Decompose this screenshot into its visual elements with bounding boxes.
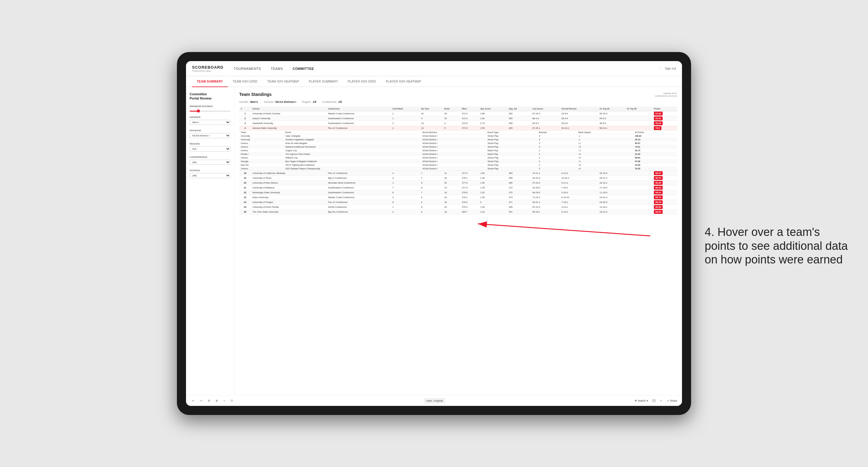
exp-wpts-8: 97.66 — [633, 160, 677, 163]
comment-button[interactable]: 💬 — [652, 399, 656, 402]
adj-4: 2.50 — [479, 126, 507, 131]
expanded-detail-table: Team Event Event Division Event Type Rou… — [239, 131, 677, 170]
avg-22: 270 — [507, 190, 531, 195]
table-row: 2 Auburn University Southeastern Confere… — [239, 116, 677, 121]
copy-button[interactable]: ⊞ — [214, 399, 219, 403]
table-row: 25 University of North Florida ASUN Conf… — [239, 205, 677, 210]
sidebar-school-select[interactable]: (All) — [190, 173, 230, 178]
sidebar-division-select[interactable]: NCAA Division I — [190, 133, 230, 138]
table-row: 3 Vanderbilt University Southeastern Con… — [239, 121, 677, 126]
filter-gender-label: Gender: — [239, 100, 249, 103]
subnav-player-summary[interactable]: PLAYER SUMMARY — [304, 76, 343, 87]
top-nav: SCOREBOARD Powered by clipd TOURNAMENTS … — [186, 61, 682, 76]
school-25: University of North Florida — [251, 205, 327, 210]
col-low-score: Low Score — [531, 106, 560, 111]
low-22: 46-29-0 — [531, 190, 560, 195]
watch-button[interactable]: 👁 Watch ▾ — [634, 399, 648, 402]
sidebar-gender-select[interactable]: Men's — [190, 120, 230, 125]
points-20[interactable]: 88.49 — [652, 181, 677, 185]
low-25: 87-22-3 — [531, 205, 560, 210]
exp-rounds-6: 2 — [537, 152, 577, 156]
subnav-team-h2h-grid[interactable]: TEAM H2H GRID — [228, 76, 262, 87]
exp-div-10: NCAA Division I — [421, 167, 486, 170]
sidebar-region-select[interactable]: N/A — [190, 146, 230, 152]
exp-type-3: Stroke Play — [486, 142, 537, 145]
sidebar-conference-select[interactable]: (All) — [190, 160, 230, 165]
conf-20: Mountain West Conference — [327, 181, 391, 185]
points-19[interactable]: 88.70 — [652, 176, 677, 181]
info-button[interactable]: ⏱ — [229, 399, 235, 403]
slider-track[interactable] — [190, 111, 230, 112]
points-23[interactable]: 88.71 — [652, 195, 677, 200]
avg-25: 269 — [507, 205, 531, 210]
col-school: School — [251, 106, 327, 111]
nav-committee[interactable]: COMMITTEE — [291, 67, 315, 70]
points-1[interactable]: 97.02 — [652, 111, 677, 116]
sidebar-conference: Conference (All) — [190, 156, 230, 165]
conf-21: Southeastern Conference — [327, 185, 391, 190]
exp-impact-8: +1 — [577, 160, 633, 163]
tablet-frame: SCOREBOARD Powered by clipd TOURNAMENTS … — [177, 52, 691, 415]
points-24[interactable]: 88.16 — [652, 200, 677, 205]
exp-col-rank-impact: Rank Impact — [577, 131, 633, 134]
undo-button[interactable]: ↩ — [191, 399, 196, 403]
points-21[interactable]: 88.43 — [652, 185, 677, 190]
points-22[interactable]: 88.41 — [652, 190, 677, 195]
rnds-21: 13 — [443, 185, 460, 190]
exp-wpts-9: 43.05 — [633, 163, 677, 167]
exp-col-event-type: Event Type — [486, 131, 537, 134]
redo-button[interactable]: ↪ — [199, 399, 204, 403]
school-4: Arizona State University — [251, 126, 327, 131]
nav-tournaments[interactable]: TOURNAMENTS — [232, 67, 262, 70]
exp-row: Georgia Ben Hogan Collegiate Invitationa… — [239, 160, 677, 163]
slider-fill — [190, 111, 198, 112]
points-4[interactable]: 78.5 — [652, 126, 677, 131]
exp-div-9: NCAA Division I — [421, 163, 486, 167]
no-tour-4: 10 — [420, 126, 443, 131]
points-3[interactable]: 90.22 — [652, 121, 677, 126]
points-26[interactable]: 88.94 — [652, 210, 677, 214]
low-23: 71-22-2 — [531, 195, 560, 200]
adj-22: 1.32 — [479, 190, 507, 195]
points-2[interactable]: 93.31 — [652, 116, 677, 121]
share-button[interactable]: ↗ Share — [666, 399, 677, 402]
exp-type-4: Stroke Play — [486, 145, 537, 149]
sign-out-button[interactable]: Sign out — [660, 67, 676, 70]
view-select-button[interactable]: View: Original — [424, 398, 445, 403]
subnav-team-summary[interactable]: TEAM SUMMARY — [192, 76, 228, 87]
conf-24: Pac-12 Conference — [327, 200, 391, 205]
nav-teams[interactable]: TEAMS — [270, 67, 284, 70]
subnav-player-h2h-heatmap[interactable]: PLAYER H2H HEATMAP — [381, 76, 426, 87]
wins-24: 278.0 — [460, 200, 479, 205]
conf-4: Pac-12 Conference — [327, 126, 391, 131]
filter-gender: Gender: Men's — [239, 100, 258, 103]
standings-table: # School Conference Conf Rank No Tour Rn… — [239, 106, 677, 214]
settings-button[interactable]: ⚙ — [207, 399, 211, 403]
low-19: 42-31-3 — [531, 176, 560, 181]
no-tour-19: 7 — [420, 176, 443, 181]
rnds-20: 22 — [443, 181, 460, 185]
rank-1: 1 — [239, 111, 251, 116]
top25-24: 23-32-0 — [598, 200, 625, 205]
slider-thumb[interactable] — [197, 110, 200, 113]
conf-22: Southeastern Conference — [327, 190, 391, 195]
low-18: 73-21-1 — [531, 171, 560, 176]
exp-impact-2: -1 — [577, 138, 633, 142]
col-vs-top50: Vs Top 50 — [625, 106, 652, 111]
col-rank: # — [239, 106, 251, 111]
fullscreen-button[interactable]: ⤢ — [660, 399, 662, 402]
exp-event-2: Southern Highlands Collegiate — [284, 138, 421, 142]
top50-21 — [625, 185, 652, 190]
wins-2: 272.3 — [460, 116, 479, 121]
subnav-team-h2h-heatmap[interactable]: TEAM H2H HEATMAP — [262, 76, 304, 87]
conf-rank-18: 4 — [391, 171, 420, 176]
add-button[interactable]: + — [222, 399, 226, 403]
top25-4: 58-24-1 — [598, 126, 625, 131]
filter-division-value: NCAA Division I — [276, 100, 296, 103]
exp-team-4: Univers. — [239, 145, 284, 149]
top25-2: 55-4-0 — [598, 116, 625, 121]
points-18[interactable]: 88.07 — [652, 171, 677, 176]
subnav-player-h2h-grid[interactable]: PLAYER H2H GRID — [343, 76, 381, 87]
avg-20: 265 — [507, 181, 531, 185]
points-25[interactable]: 88.89 — [652, 205, 677, 210]
